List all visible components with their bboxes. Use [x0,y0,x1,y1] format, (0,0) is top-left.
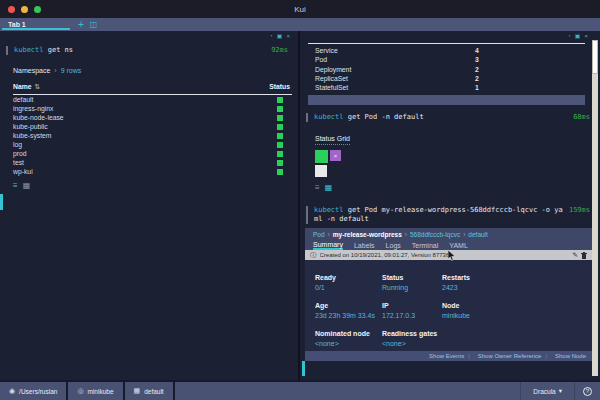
command-duration: 159ms [569,206,590,214]
trash-icon[interactable] [581,252,587,259]
command-args-text: get Pod my-release-wordpress-568ddfcccb-… [314,206,563,223]
tab-1[interactable]: Tab 1 [0,18,72,31]
pane-detach-icon[interactable]: ◔ [567,33,571,39]
table-row[interactable]: StatefulSet 1 [308,83,585,92]
table-row[interactable]: kube-system [13,131,292,140]
cwd-segment[interactable]: ◉ /Users/ruslan [0,382,66,400]
theme-picker[interactable]: Dracula ▾ [520,382,574,400]
namespace-grid-icon: ▦ [134,387,141,395]
card-tab[interactable]: Terminal [412,240,438,250]
summary-field: Ready 0/1 [315,273,382,293]
active-block-indicator [302,361,305,376]
scrollbar-thumb[interactable] [592,40,598,74]
close-window-button[interactable] [8,6,15,13]
namespace-name: default [13,96,33,103]
card-tab[interactable]: YAML [449,240,468,250]
help-button[interactable]: ? [574,382,600,400]
edit-icon[interactable]: ✎ [573,251,578,259]
info-icon: ⓘ [310,251,317,260]
table-row[interactable]: ingress-nginx [13,104,292,113]
breadcrumb-kind[interactable]: Pod [313,231,325,238]
breadcrumb-pod-id[interactable]: 568ddfcccb-lqcvc [410,231,460,238]
active-tab-underline [2,28,70,30]
pane-close-icon[interactable]: × [286,33,290,39]
tab-1-label: Tab 1 [8,21,26,28]
window-title: Kui [0,5,600,14]
table-row[interactable]: kube-public [13,122,292,131]
namespace-table: Name⇅ Status default ingress-nginx kube-… [13,83,292,176]
breadcrumb-separator: › [463,231,465,238]
help-icon: ? [583,387,592,396]
context-label: minikube [88,388,114,395]
command-args-text: get ns [48,46,73,54]
list-view-icon[interactable]: ≡ [13,182,18,190]
table-row[interactable]: log [13,140,292,149]
context-segment[interactable]: ◎ minikube [68,382,122,400]
card-tab[interactable]: Summary [313,240,343,250]
breadcrumb-row-count[interactable]: 9 rows [61,67,82,74]
grid-view-icon[interactable]: ▦ [23,182,31,190]
field-value: <none> [382,339,442,349]
namespace-segment[interactable]: ▦ default [125,382,173,400]
card-footer-button[interactable]: Show Events [429,353,464,359]
field-value: minikube [442,311,592,321]
status-ok-square [277,151,283,157]
field-label: Ready [315,273,382,283]
status-ok-square [277,97,283,103]
field-label: IP [382,301,442,311]
field-label: Restarts [442,273,592,283]
command-prefix: kubectl [314,206,344,214]
table-row[interactable]: default [13,95,292,104]
selected-row-highlight[interactable] [308,95,585,105]
breadcrumb-release[interactable]: my-release-wordpress [333,231,402,238]
command-text: kubectl get Pod -n default [306,113,567,122]
pod-status-pending-square[interactable] [315,165,327,177]
table-row[interactable]: prod [13,149,292,158]
pod-status-ok-square[interactable] [315,150,328,163]
scrollbar-track[interactable] [592,40,598,376]
pane-maximize-icon[interactable]: ▣ [277,33,283,39]
tab-bar: Tab 1 + ◫ [0,18,600,31]
list-view-icon[interactable]: ≡ [315,184,320,192]
pane-close-icon[interactable]: × [584,33,588,39]
table-row[interactable]: kube-node-lease [13,113,292,122]
pod-status-error-square[interactable]: × [330,150,341,161]
table-row[interactable]: wp-kui [13,167,292,176]
minimize-window-button[interactable] [21,6,28,13]
status-ok-square [277,106,283,112]
new-tab-icon[interactable]: + [78,20,84,30]
namespace-name: log [13,141,22,148]
resource-kind-table: Service 4 Pod 3 Deployment 2 ReplicaSet … [308,43,585,92]
command-block-get-pod: kubectl get Pod -n default 68ms [306,113,590,122]
zoom-window-button[interactable] [34,6,41,13]
summary-field: Age 23d 23h 39m 33.4s [315,301,382,321]
table-row[interactable]: test [13,158,292,167]
traffic-lights [8,6,41,13]
command-block-get-ns: kubectl get ns 92ms [6,46,288,55]
grid-view-icon[interactable]: ▦ [325,184,333,192]
namespace-name: ingress-nginx [13,105,53,112]
title-bar: Kui [0,0,600,18]
card-footer-button[interactable]: Show Node [545,353,586,359]
pane-detach-icon[interactable]: ◔ [269,33,273,39]
status-ok-square [277,133,283,139]
table-row[interactable]: ReplicaSet 2 [308,74,585,83]
table-row[interactable]: Pod 3 [308,55,585,64]
card-tab[interactable]: Logs [386,240,401,250]
card-tab[interactable]: Labels [354,240,375,250]
breadcrumb-kind[interactable]: Namespace [13,67,50,74]
table-row[interactable]: Deployment 2 [308,65,585,74]
field-value: <none> [315,339,382,349]
command-args-text: get Pod -n default [348,113,424,121]
card-footer-button[interactable]: Show Owner Reference [468,353,541,359]
summary-field: Readiness gates <none> [382,329,442,349]
sort-icon[interactable]: ⇅ [35,83,41,90]
breadcrumb-namespace[interactable]: default [468,231,488,238]
table-row[interactable]: Service 4 [308,46,585,55]
split-terminal-icon[interactable]: ◫ [90,21,98,29]
field-label: Nominated node [315,329,382,339]
pod-summary-card: Pod › my-release-wordpress › 568ddfcccb-… [305,228,592,361]
kui-window: { "window": { "title": "Kui" }, "tabbar"… [0,0,600,400]
field-value: 0/1 [315,283,382,293]
pane-maximize-icon[interactable]: ▣ [575,33,581,39]
